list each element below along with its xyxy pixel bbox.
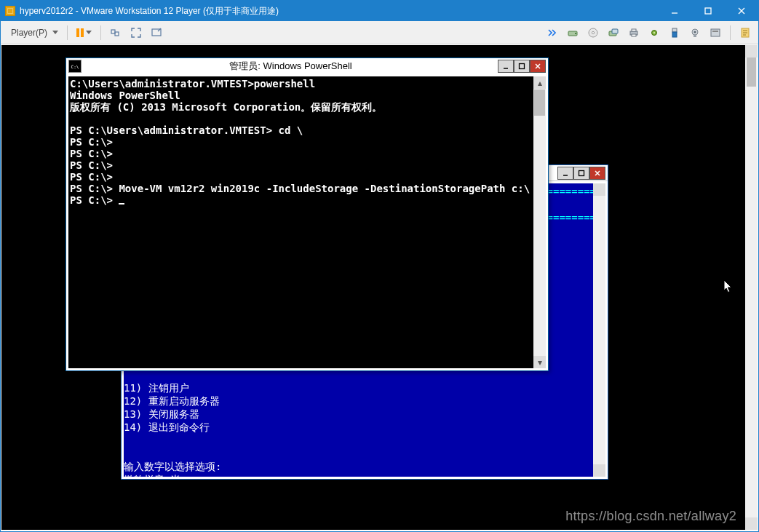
chevrons-icon (547, 27, 558, 39)
vmware-toolbar: Player(P) (1, 21, 758, 44)
svg-point-18 (694, 31, 696, 33)
window-title: hyperv2012r2 - VMware Workstation 12 Pla… (20, 5, 658, 17)
maximize-button[interactable] (514, 60, 530, 73)
pause-icon (76, 28, 84, 37)
close-button[interactable] (589, 167, 605, 180)
overlay-drive-icon (608, 27, 619, 39)
close-button[interactable] (725, 1, 758, 21)
vertical-scrollbar[interactable]: ▴ ▾ (533, 76, 546, 368)
scrollbar-thumb[interactable] (534, 90, 545, 116)
vmware-app-icon (5, 6, 15, 16)
prefs-button[interactable] (707, 24, 724, 41)
printer-icon (628, 27, 640, 39)
svg-point-5 (575, 33, 576, 34)
svg-rect-19 (694, 35, 696, 37)
cursor-icon (723, 279, 734, 296)
minimize-button[interactable] (658, 1, 691, 21)
chevron-down-icon (86, 31, 92, 34)
scroll-up-button[interactable]: ▴ (533, 76, 546, 89)
cd-button[interactable] (584, 24, 602, 41)
camera-icon (689, 27, 701, 39)
vertical-scrollbar[interactable] (745, 45, 758, 530)
system-menu-icon[interactable] (68, 60, 82, 73)
text-cursor (119, 203, 124, 205)
svg-rect-0 (705, 8, 711, 14)
scroll-down-button[interactable]: ▾ (533, 356, 546, 368)
svg-rect-9 (612, 29, 618, 33)
minimize-button[interactable] (557, 167, 573, 180)
svg-point-14 (653, 31, 655, 33)
fullscreen-icon (130, 27, 142, 39)
svg-rect-24 (520, 64, 525, 69)
prefs-icon (710, 27, 721, 39)
fullscreen-button[interactable] (127, 24, 145, 41)
vmware-titlebar[interactable]: hyperv2012r2 - VMware Workstation 12 Pla… (1, 1, 758, 21)
svg-rect-16 (672, 32, 677, 37)
close-button[interactable] (530, 60, 546, 73)
window-title: 管理员: Windows PowerShell (84, 60, 498, 73)
vmware-window: hyperv2012r2 - VMware Workstation 12 Pla… (0, 0, 759, 532)
chevron-down-icon (52, 31, 58, 34)
usb-button[interactable] (666, 24, 683, 41)
svg-rect-11 (632, 29, 636, 31)
watermark: https://blog.csdn.net/allway2 (565, 509, 736, 524)
separator (730, 25, 731, 40)
separator (67, 25, 68, 40)
scrollbar-thumb[interactable] (747, 57, 756, 87)
notes-button[interactable] (736, 24, 754, 41)
terminal-body[interactable]: C:\Users\administrator.VMTEST>powershell… (68, 76, 533, 368)
svg-point-7 (592, 31, 594, 33)
vertical-scrollbar[interactable] (593, 183, 605, 477)
send-cad-button[interactable] (107, 24, 124, 41)
drive-button[interactable] (564, 24, 581, 41)
svg-rect-1 (111, 30, 115, 33)
printer-button[interactable] (625, 24, 643, 41)
send-cad-icon (110, 27, 122, 39)
overlay-drive-button[interactable] (605, 24, 622, 41)
unity-icon (151, 27, 162, 39)
separator (100, 25, 101, 40)
svg-rect-23 (579, 170, 584, 175)
svg-rect-21 (712, 31, 718, 32)
maximize-button[interactable] (573, 167, 589, 180)
player-menu-button[interactable]: Player(P) (5, 24, 61, 41)
svg-rect-2 (115, 32, 119, 36)
unity-button[interactable] (148, 24, 165, 41)
svg-rect-20 (711, 29, 720, 36)
drive-icon (567, 27, 579, 39)
minimize-button[interactable] (498, 60, 514, 73)
maximize-button[interactable] (691, 1, 725, 21)
guest-display[interactable]: ========================================… (1, 45, 745, 530)
camera-button[interactable] (686, 24, 704, 41)
powershell-titlebar[interactable]: 管理员: Windows PowerShell (66, 58, 548, 74)
svg-rect-15 (672, 28, 677, 32)
notes-icon (739, 27, 751, 39)
sensor-button[interactable] (645, 24, 663, 41)
svg-rect-12 (632, 34, 636, 36)
chevrons-button[interactable] (544, 24, 561, 41)
cd-icon (587, 27, 599, 39)
usb-icon (669, 27, 680, 39)
sensor-icon (648, 27, 660, 39)
powershell-window[interactable]: 管理员: Windows PowerShell ▴ (65, 57, 549, 371)
pause-button[interactable] (73, 24, 95, 41)
